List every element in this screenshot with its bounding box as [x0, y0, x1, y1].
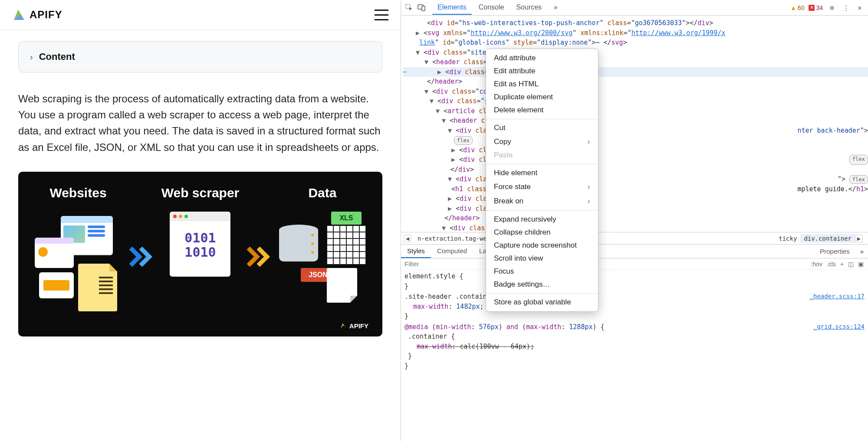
breadcrumb-item[interactable]: ticky [775, 234, 800, 243]
cm-break-on[interactable]: Break on [486, 194, 598, 208]
tree-node[interactable]: link" id="global-icons" style="display:n… [403, 38, 868, 48]
tree-node[interactable]: ▶ <div class=" [403, 194, 868, 204]
figure-title-websites: Websites [49, 186, 106, 200]
computed-sidebar-icon[interactable]: ◫ [848, 261, 854, 268]
tree-node[interactable]: ▼ <article class=" [403, 106, 868, 116]
cm-scroll-into-view[interactable]: Scroll into view [486, 252, 598, 265]
tree-node[interactable]: ▶ <div class=" [403, 204, 868, 214]
cm-add-attribute[interactable]: Add attribute [486, 52, 598, 65]
new-style-button[interactable]: + [840, 261, 844, 268]
tree-node[interactable]: ▼ <header class="site-header sticky"> fl… [403, 57, 868, 67]
inspect-element-icon[interactable] [404, 3, 414, 13]
tree-node[interactable]: <h1 class="pmplete guide.</h1> [403, 184, 868, 194]
cls-toggle[interactable]: .cls [827, 261, 836, 268]
styles-filter-input[interactable] [401, 258, 806, 269]
hov-toggle[interactable]: :hov [811, 261, 822, 268]
cm-capture-screenshot[interactable]: Capture node screenshot [486, 239, 598, 252]
subtab-computed[interactable]: Computed [431, 245, 473, 258]
chevron-right-icon: › [30, 52, 33, 62]
intro-paragraph: Web scraping is the process of automatic… [18, 91, 382, 155]
style-brace: } [404, 351, 865, 361]
illustration-figure: Websites Web scraper 01011010 [18, 172, 382, 336]
tree-node[interactable]: ▼ <div class="pc [403, 223, 868, 233]
tree-node[interactable]: ▼ <header class=" [403, 116, 868, 126]
breadcrumb-item-selected[interactable]: div.container [800, 234, 855, 243]
warnings-badge[interactable]: ▲60 [790, 4, 804, 11]
svg-rect-7 [422, 6, 425, 11]
elements-breadcrumb[interactable]: ◀ n-extraction.tag-web-crawli ticky div.… [401, 232, 868, 245]
tabs-more[interactable]: » [549, 1, 563, 15]
cm-delete-element[interactable]: Delete element [486, 104, 598, 117]
devtools-toolbar: Elements Console Sources » ▲60 ✕34 ⚙ ⋮ ✕ [401, 0, 868, 16]
kebab-menu-icon[interactable]: ⋮ [841, 3, 851, 13]
gear-icon[interactable]: ⚙ [827, 3, 837, 13]
cm-copy[interactable]: Copy [486, 134, 598, 149]
rendering-icon[interactable]: ▣ [858, 261, 864, 268]
cm-expand-recursively[interactable]: Expand recursively [486, 213, 598, 226]
content-toggle-label: Content [39, 51, 75, 62]
arrow-icon-orange [246, 244, 272, 275]
tree-node[interactable]: ▼ <div class="site-wrap"> [403, 48, 868, 58]
cm-badge-settings[interactable]: Badge settings… [486, 278, 598, 291]
cm-separator [486, 119, 598, 119]
xls-badge: XLS [331, 212, 362, 225]
elements-tree[interactable]: <div id="hs-web-interactives-top-push-an… [401, 16, 868, 232]
tree-node[interactable]: flex [403, 135, 868, 145]
cm-force-state[interactable]: Force state [486, 180, 598, 194]
tree-node[interactable]: </header> [403, 77, 868, 87]
cm-separator [486, 293, 598, 294]
cm-cut[interactable]: Cut [486, 121, 598, 134]
figure-col-data: Data XLS [279, 186, 366, 307]
tab-console[interactable]: Console [473, 1, 510, 15]
cm-duplicate-element[interactable]: Duplicate element [486, 91, 598, 104]
content-toggle[interactable]: › Content [18, 41, 382, 72]
website-viewport: APIFY › Content Web scraping is the proc… [0, 0, 401, 441]
tree-node[interactable]: ▶ <div class=" [403, 145, 868, 155]
cm-edit-as-html[interactable]: Edit as HTML [486, 78, 598, 91]
tree-node[interactable]: </header> [403, 213, 868, 223]
hamburger-menu-button[interactable] [375, 10, 388, 20]
style-selector[interactable]: element.style { [404, 272, 463, 280]
cm-collapse-children[interactable]: Collapse children [486, 226, 598, 239]
tree-node[interactable]: </div> [403, 165, 868, 175]
apify-logo-icon [12, 8, 26, 22]
cm-separator [486, 164, 598, 164]
source-link[interactable]: _header.scss:17 [810, 292, 865, 301]
tree-node[interactable]: ▼ <div class="nter back-header"> [403, 126, 868, 136]
style-rules[interactable]: element.style { } _header.scss:17.site-h… [401, 270, 868, 372]
site-logo[interactable]: APIFY [12, 8, 62, 22]
tree-node[interactable]: ▼ <div class=""> flex [403, 174, 868, 184]
source-link[interactable]: _grid.scss:124 [813, 322, 865, 331]
subtab-styles[interactable]: Styles [401, 245, 431, 258]
arrow-icon-blue [128, 244, 155, 275]
breadcrumb-scroll-right[interactable]: ▶ [855, 235, 863, 242]
styles-panel: Styles Computed Layou Properties » :hov … [401, 245, 868, 441]
errors-badge[interactable]: ✕34 [809, 4, 823, 11]
binary-line-1: 0101 [170, 231, 230, 245]
tree-node[interactable]: <div id="hs-web-interactives-top-push-an… [403, 18, 868, 28]
tree-node-selected[interactable]: ⋯ ▶ <div class="container">⋯ </div> == $… [403, 67, 868, 77]
subtab-properties[interactable]: Properties [814, 245, 855, 258]
database-icon [279, 225, 318, 272]
tab-sources[interactable]: Sources [511, 1, 547, 15]
cm-store-global[interactable]: Store as global variable [486, 296, 598, 309]
style-brace: } [404, 281, 865, 291]
device-toolbar-icon[interactable] [417, 3, 426, 13]
document-icon [327, 268, 357, 303]
close-icon[interactable]: ✕ [855, 3, 865, 13]
tree-node[interactable]: ▶ <svg xmlns="http://www.w3.org/2000/svg… [403, 28, 868, 38]
cm-hide-element[interactable]: Hide element [486, 167, 598, 180]
cm-focus[interactable]: Focus [486, 265, 598, 278]
cm-edit-attribute[interactable]: Edit attribute [486, 65, 598, 78]
figure-title-scraper: Web scraper [161, 186, 240, 200]
tab-elements[interactable]: Elements [432, 1, 472, 15]
style-brace: } [404, 311, 865, 321]
tree-node[interactable]: ▼ <div class="contain [403, 87, 868, 97]
tree-node[interactable]: ▶ <div class="flex [403, 155, 868, 165]
breadcrumb-scroll-left[interactable]: ◀ [404, 235, 411, 242]
logo-text: APIFY [30, 9, 62, 21]
tree-node[interactable]: ▼ <div class="singl [403, 96, 868, 106]
styles-sub-tabs: Styles Computed Layou Properties » [401, 245, 868, 258]
figure-col-scraper: Web scraper 01011010 [161, 186, 240, 277]
subtabs-more[interactable]: » [860, 248, 864, 255]
